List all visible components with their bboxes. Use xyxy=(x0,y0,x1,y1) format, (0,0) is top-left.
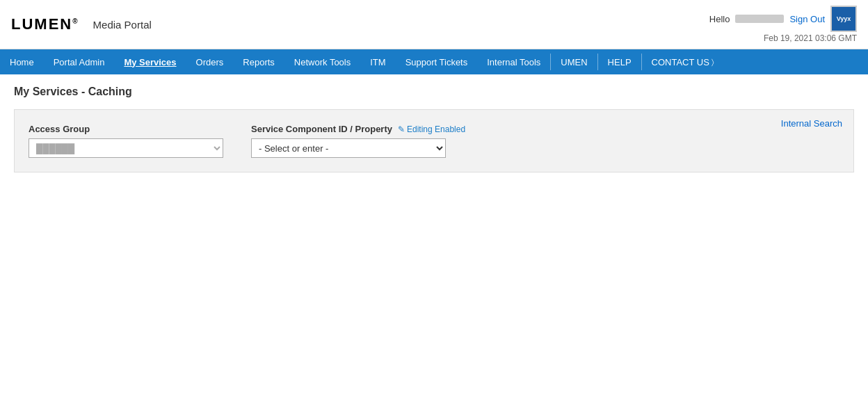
nav-umen[interactable]: UMEN xyxy=(551,49,597,74)
edit-icon: ✎ xyxy=(398,124,405,134)
access-group-group: Access Group ██████ xyxy=(29,124,223,158)
nav-internal-tools[interactable]: Internal Tools xyxy=(477,49,550,74)
sign-out-link[interactable]: Sign Out xyxy=(789,14,825,24)
editing-enabled-badge: ✎ Editing Enabled xyxy=(398,124,465,134)
nav-home[interactable]: Home xyxy=(0,49,44,74)
service-component-group: Service Component ID / Property ✎ Editin… xyxy=(251,124,465,158)
access-group-label: Access Group xyxy=(29,124,223,134)
datetime: Feb 19, 2021 03:06 GMT xyxy=(764,33,857,43)
user-row: Hello Sign Out Vyyx xyxy=(709,6,857,32)
editing-enabled-text: Editing Enabled xyxy=(407,124,465,134)
service-component-label: Service Component ID / Property xyxy=(251,124,392,134)
internal-search-link[interactable]: Internal Search xyxy=(781,118,842,129)
access-group-select[interactable]: ██████ xyxy=(29,138,223,158)
service-component-select[interactable]: - Select or enter - xyxy=(251,138,446,158)
nav-portal-admin[interactable]: Portal Admin xyxy=(44,49,115,74)
vyyx-logo: Vyyx xyxy=(830,6,857,32)
nav-bar: Home Portal Admin My Services Orders Rep… xyxy=(0,49,868,74)
nav-contact-us[interactable]: CONTACT US 〉 xyxy=(642,49,724,74)
nav-support-tickets[interactable]: Support Tickets xyxy=(396,49,478,74)
top-bar: LUMEN® Media Portal Hello Sign Out Vyyx … xyxy=(0,0,868,49)
nav-network-tools[interactable]: Network Tools xyxy=(284,49,360,74)
page-title: My Services - Caching xyxy=(14,86,854,98)
nav-reports[interactable]: Reports xyxy=(233,49,284,74)
nav-orders[interactable]: Orders xyxy=(186,49,234,74)
chevron-right-icon: 〉 xyxy=(712,58,714,67)
portal-title: Media Portal xyxy=(93,19,152,31)
lumen-logo: LUMEN® xyxy=(11,15,79,33)
nav-help[interactable]: HELP xyxy=(598,49,641,74)
top-bar-right: Hello Sign Out Vyyx Feb 19, 2021 03:06 G… xyxy=(709,6,857,43)
page-content: My Services - Caching Internal Search Ac… xyxy=(0,74,868,184)
access-group-select-wrapper: ██████ xyxy=(29,138,223,158)
filter-row: Access Group ██████ Service Component ID… xyxy=(29,124,839,158)
service-label-row: Service Component ID / Property ✎ Editin… xyxy=(251,124,465,134)
username-blurred xyxy=(735,15,784,23)
nav-itm[interactable]: ITM xyxy=(360,49,395,74)
top-bar-left: LUMEN® Media Portal xyxy=(11,15,152,33)
hello-text: Hello xyxy=(709,14,730,24)
filter-panel: Internal Search Access Group ██████ Serv… xyxy=(14,109,854,172)
nav-my-services[interactable]: My Services xyxy=(114,49,186,74)
registered-mark: ® xyxy=(72,17,79,25)
